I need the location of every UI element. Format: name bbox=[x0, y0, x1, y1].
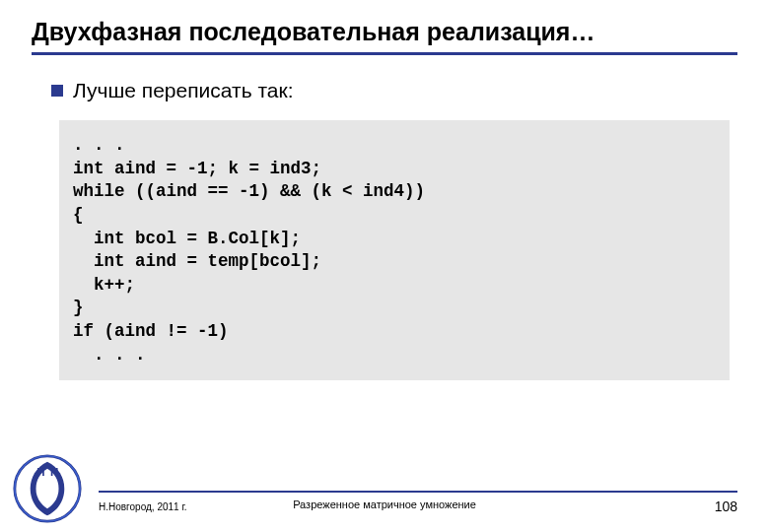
title-underline bbox=[32, 52, 737, 55]
footer-divider bbox=[99, 491, 737, 493]
bullet-text: Лучше переписать так: bbox=[73, 79, 294, 102]
svg-text:Н: Н bbox=[36, 466, 44, 478]
slide-title: Двухфазная последовательная реализация… bbox=[32, 18, 737, 46]
svg-text:Н: Н bbox=[50, 466, 58, 478]
code-block: . . . int aind = -1; k = ind3; while ((a… bbox=[59, 120, 730, 380]
page-number: 108 bbox=[715, 499, 737, 514]
university-logo-icon: Н Н bbox=[12, 453, 83, 524]
square-bullet-icon bbox=[51, 85, 63, 97]
footer-subject: Разреженное матричное умножение bbox=[293, 499, 476, 510]
slide-container: Двухфазная последовательная реализация… … bbox=[0, 0, 769, 532]
footer: Н.Новгород, 2011 г. Разреженное матрично… bbox=[0, 491, 769, 514]
footer-location-year: Н.Новгород, 2011 г. bbox=[99, 501, 187, 512]
bullet-item: Лучше переписать так: bbox=[51, 79, 737, 102]
footer-row: Н.Новгород, 2011 г. Разреженное матрично… bbox=[99, 499, 737, 514]
